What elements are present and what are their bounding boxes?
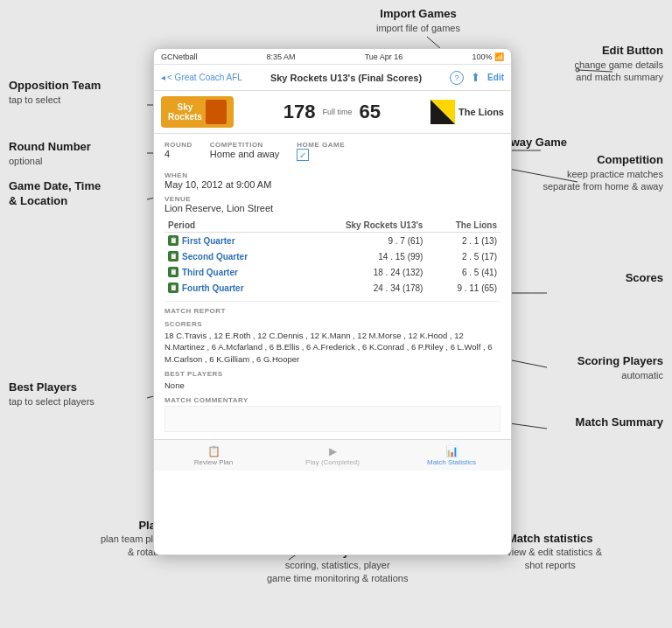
annotation-match-statistics: Match statistics review & edit statistic…: [498, 532, 602, 571]
away-score-cell: 6 . 5 (41): [426, 264, 500, 280]
away-score: 65: [360, 101, 381, 123]
play-label: Play (Completed): [305, 458, 360, 466]
annotation-round-number: Round Number optional: [9, 140, 91, 167]
annotation-best-players: Best Players tap to select players: [9, 380, 94, 408]
field-round: ROUND 4: [164, 141, 192, 161]
period-cell[interactable]: 📋Second Quarter: [164, 248, 298, 264]
review-plan-label: Review Plan: [194, 458, 233, 466]
match-statistics-label: Match Statistics: [427, 458, 476, 466]
competition-value: Home and away: [210, 149, 280, 159]
nav-back-label: < Great Coach AFL: [167, 73, 242, 82]
home-score-cell: 24 . 34 (178): [298, 280, 427, 296]
team-score-bar: Sky Rockets 178 Full time 65 The Lions: [154, 91, 511, 134]
phone-frame: GCNetball 8:35 AM Tue Apr 16 100% 📶 ◂ < …: [153, 48, 512, 555]
match-status: Full time: [323, 108, 353, 116]
field-row-round-competition: ROUND 4 COMPETITION Home and away HOME G…: [164, 141, 500, 166]
home-score-cell: 14 . 15 (99): [298, 248, 427, 264]
annotation-match-summary: Match Summary: [576, 415, 663, 430]
away-score-cell: 9 . 11 (65): [426, 280, 500, 296]
col-period: Period: [164, 219, 298, 233]
venue-label: VENUE: [164, 195, 500, 203]
review-plan-icon: 📋: [207, 445, 220, 457]
away-team-logo: [430, 100, 455, 124]
best-players-label: BEST PLAYERS: [164, 370, 500, 378]
home-team-logo: [206, 100, 227, 124]
home-game-checkbox[interactable]: ✓: [297, 149, 309, 161]
scorers-label: SCORERS: [164, 320, 500, 328]
home-score-cell: 18 . 24 (132): [298, 264, 427, 280]
table-row: 📋First Quarter9 . 7 (61)2 . 1 (13): [164, 233, 500, 249]
status-bar: GCNetball 8:35 AM Tue Apr 16 100% 📶: [154, 49, 511, 65]
question-icon[interactable]: ?: [450, 71, 464, 85]
nav-bar: ◂ < Great Coach AFL Sky Rockets U13's (F…: [154, 65, 511, 91]
period-cell[interactable]: 📋First Quarter: [164, 233, 298, 249]
match-commentary-label: MATCH COMMENTARY: [164, 396, 500, 404]
nav-back-button[interactable]: ◂ < Great Coach AFL: [161, 73, 242, 82]
table-row: 📋Second Quarter14 . 15 (99)2 . 5 (17): [164, 248, 500, 264]
home-score: 178: [284, 101, 316, 123]
round-label: ROUND: [164, 141, 192, 149]
home-score-cell: 9 . 7 (61): [298, 233, 427, 249]
table-row: 📋Fourth Quarter24 . 34 (178)9 . 11 (65): [164, 280, 500, 296]
away-score-cell: 2 . 5 (17): [426, 248, 500, 264]
annotation-datetime: Game Date, Time & Location: [9, 179, 101, 209]
match-commentary-content[interactable]: [164, 406, 500, 432]
tab-review-plan[interactable]: 📋 Review Plan: [154, 440, 273, 471]
score-display: 178 Full time 65: [239, 101, 425, 123]
field-home-game: HOME GAME ✓: [297, 141, 345, 161]
field-competition: COMPETITION Home and away: [210, 141, 280, 161]
status-time: 8:35 AM: [267, 52, 296, 61]
when-value: May 10, 2012 at 9:00 AM: [164, 179, 500, 190]
competition-label: COMPETITION: [210, 141, 280, 149]
venue-value: Lion Reserve, Lion Street: [164, 203, 500, 213]
annotation-edit-button: Edit Button change game details and matc…: [574, 44, 663, 83]
nav-title: Sky Rockets U13's (Final Scores): [242, 73, 450, 83]
period-cell[interactable]: 📋Third Quarter: [164, 264, 298, 280]
annotation-scoring-players: Scoring Players automatic: [578, 354, 663, 381]
divider: [164, 301, 500, 302]
scorers-content: 18 C.Travis , 12 E.Roth , 12 C.Dennis , …: [164, 330, 500, 365]
tab-bar: 📋 Review Plan ▶ Play (Completed) 📊 Match…: [154, 439, 511, 471]
field-when: WHEN May 10, 2012 at 9:00 AM: [164, 171, 500, 190]
match-report-label: MATCH REPORT: [164, 307, 500, 315]
tab-match-statistics[interactable]: 📊 Match Statistics: [392, 440, 511, 471]
col-away-team: The Lions: [426, 219, 500, 233]
chevron-left-icon: ◂: [161, 73, 165, 82]
scores-table: Period Sky Rockets U13's The Lions 📋Firs…: [164, 219, 500, 296]
table-row: 📋Third Quarter18 . 24 (132)6 . 5 (41): [164, 264, 500, 280]
annotation-opposition-team: Opposition Team tap to select: [9, 79, 101, 106]
home-team-selector[interactable]: Sky Rockets: [161, 96, 234, 128]
annotation-import-games: Import Games import file of games: [376, 7, 460, 34]
best-players-content: None: [164, 380, 500, 391]
field-venue: VENUE Lion Reserve, Lion Street: [164, 195, 500, 213]
home-team-name: Sky Rockets: [168, 102, 202, 122]
away-team-name: The Lions: [458, 107, 504, 117]
play-icon: ▶: [329, 445, 337, 457]
away-team-selector[interactable]: The Lions: [430, 100, 504, 124]
status-app-name: GCNetball: [161, 52, 198, 61]
status-battery: 100% 📶: [472, 52, 504, 61]
home-game-checkbox-row: ✓: [297, 149, 345, 161]
edit-button[interactable]: Edit: [487, 73, 504, 82]
when-label: WHEN: [164, 171, 500, 179]
tab-play[interactable]: ▶ Play (Completed): [273, 440, 392, 471]
match-content: ROUND 4 COMPETITION Home and away HOME G…: [154, 134, 511, 439]
import-icon[interactable]: ⬆: [471, 71, 480, 84]
col-home-team: Sky Rockets U13's: [298, 219, 427, 233]
nav-actions: ? ⬆ Edit: [450, 71, 504, 85]
period-cell[interactable]: 📋Fourth Quarter: [164, 280, 298, 296]
status-date: Tue Apr 16: [365, 52, 403, 61]
annotation-competition: Competition keep practice matches separa…: [542, 153, 663, 192]
annotation-scores: Scores: [626, 271, 663, 286]
away-score-cell: 2 . 1 (13): [426, 233, 500, 249]
round-value: 4: [164, 149, 192, 159]
home-game-label: HOME GAME: [297, 141, 345, 149]
match-statistics-icon: 📊: [445, 445, 458, 457]
